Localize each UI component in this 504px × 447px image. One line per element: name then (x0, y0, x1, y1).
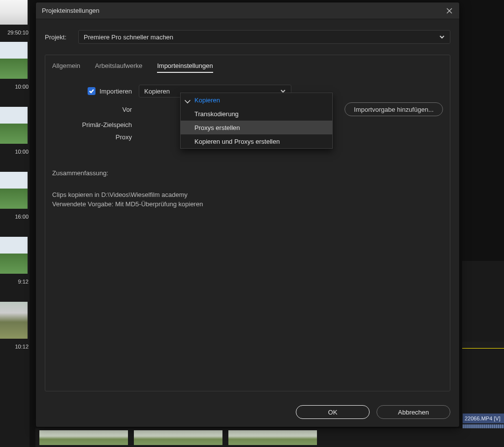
timeline-ruler[interactable] (462, 342, 504, 349)
close-icon[interactable] (445, 7, 453, 15)
thumbnail-timecode: 10:00 (0, 149, 30, 155)
dropdown-item-transcode[interactable]: Transkodierung (181, 107, 332, 121)
cancel-button[interactable]: Abbrechen (377, 405, 450, 419)
import-checkbox[interactable] (88, 87, 95, 95)
project-select[interactable]: Premiere Pro schneller machen (78, 30, 450, 44)
dropdown-item-create-proxies[interactable]: Proxys erstellen (181, 121, 332, 134)
summary-heading: Zusammenfassung: (52, 168, 443, 178)
thumbnail-item[interactable]: 9:12 (0, 237, 30, 275)
dialog-titlebar: Projekteinstellungen (36, 2, 459, 19)
bottom-thumbnail[interactable] (39, 430, 128, 445)
bottom-thumbnail[interactable] (134, 430, 222, 445)
summary-block: Zusammenfassung: Clips kopieren in D:\Vi… (52, 168, 443, 209)
thumbnail-image (0, 42, 28, 79)
dialog-title: Projekteinstellungen (42, 7, 99, 14)
thumbnail-timecode: 29:50:10 (0, 30, 30, 35)
thumbnail-timecode: 10:00 (0, 84, 30, 90)
thumbnail-timecode: 10:12 (0, 344, 30, 350)
thumbnail-image (0, 0, 28, 25)
chevron-down-icon (439, 34, 445, 40)
summary-line-destination: Clips kopieren in D:\Videos\Wieselfilm a… (52, 191, 188, 198)
thumbnail-item[interactable]: 10:00 (0, 42, 30, 80)
import-checkbox-label: Importieren (99, 88, 132, 95)
thumbnail-image (0, 237, 28, 274)
thumbnail-strip: 29:50:10 10:00 10:00 16:00 9:12 10:12 (0, 0, 30, 447)
thumbnail-timecode: 16:00 (0, 214, 30, 220)
import-mode-value: Kopieren (144, 88, 170, 95)
settings-panel: Allgemein Arbeitslaufwerke Importeinstel… (45, 55, 450, 391)
thumbnail-timecode: 9:12 (0, 279, 30, 285)
primary-destination-label: Primär-Zielspeich (52, 121, 132, 128)
add-import-preset-button[interactable]: Importvorgabe hinzufügen... (345, 102, 443, 116)
project-settings-dialog: Projekteinstellungen Projekt: Premiere P… (35, 2, 460, 427)
thumbnail-item[interactable]: 10:00 (0, 107, 30, 145)
thumbnail-item[interactable]: 16:00 (0, 172, 30, 210)
proxy-label: Proxy (52, 133, 132, 141)
bottom-thumbnail[interactable] (228, 430, 317, 445)
tab-import-settings[interactable]: Importeinstellungen (157, 62, 213, 73)
timeline-clip[interactable]: 22066.MP4 [V] (463, 414, 504, 423)
thumbnail-image (0, 302, 28, 339)
thumbnail-item[interactable]: 10:12 (0, 302, 30, 340)
ok-button[interactable]: OK (296, 405, 370, 419)
dropdown-item-copy[interactable]: Kopieren (181, 93, 332, 107)
tab-general[interactable]: Allgemein (52, 62, 80, 73)
tabs: Allgemein Arbeitslaufwerke Importeinstel… (52, 55, 443, 78)
tab-scratch-disks[interactable]: Arbeitslaufwerke (95, 62, 142, 73)
project-selector-row: Projekt: Premiere Pro schneller machen (45, 30, 450, 44)
project-select-value: Premiere Pro schneller machen (84, 33, 173, 41)
preset-label: Vor (52, 106, 132, 113)
summary-line-preset: Verwendete Vorgabe: Mit MD5-Überprüfung … (52, 200, 203, 208)
import-mode-dropdown: Kopieren Transkodierung Proxys erstellen… (180, 93, 333, 149)
thumbnail-item[interactable]: 29:50:10 (0, 0, 30, 26)
thumbnail-image (0, 172, 28, 209)
project-label: Projekt: (45, 33, 70, 41)
dialog-buttons: OK Abbrechen (36, 397, 459, 427)
thumbnail-image (0, 107, 28, 144)
bottom-thumb-strip (35, 428, 504, 447)
dropdown-item-copy-and-proxies[interactable]: Kopieren und Proxys erstellen (181, 134, 332, 148)
